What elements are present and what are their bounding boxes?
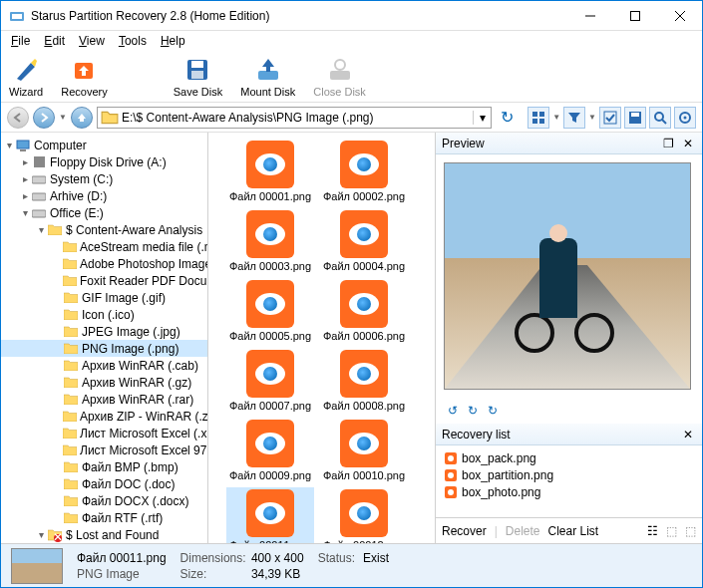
file-item[interactable]: Файл 00008.png [320,348,408,414]
svg-point-22 [655,113,663,121]
recovery-list-body[interactable]: box_pack.pngbox_partition.pngbox_photo.p… [436,445,702,517]
folder-icon [63,273,77,289]
tree-zip[interactable]: Архив ZIP - WinRAR (.zip) [1,408,207,425]
close-disk-label: Close Disk [313,86,366,98]
menu-help[interactable]: Help [155,32,191,50]
recovery-button[interactable]: Recovery [61,56,107,98]
tree-doc[interactable]: Файл DOC (.doc) [1,475,207,492]
rotate-icon[interactable]: ↻ [488,404,498,418]
recover-button[interactable]: Recover [442,524,487,538]
file-item[interactable]: Файл 00003.png [226,208,314,274]
status-size: 34,39 KB [251,567,300,581]
clear-list-button[interactable]: Clear List [548,524,599,538]
filter-dropdown[interactable]: ▼ [588,113,596,122]
tree-photoshop[interactable]: Adobe Photoshop Image.1 [1,255,207,272]
list-option3-icon[interactable]: ⬚ [685,524,696,538]
preview-popout-icon[interactable]: ❐ [660,137,676,150]
recovery-list-item[interactable]: box_photo.png [444,483,694,500]
tree-panel[interactable]: ▾Computer ▸Floppy Disk Drive (A:) ▸Syste… [1,133,208,543]
svg-rect-13 [330,71,350,80]
file-item[interactable]: Файл 00005.png [226,278,314,344]
file-thumb [340,141,388,188]
floppy-icon [31,154,47,170]
tree-office[interactable]: ▾Office (E:) [1,204,207,221]
save-disk-button[interactable]: Save Disk [174,56,223,98]
file-item[interactable]: Файл 00010.png [320,418,408,483]
tree-gz[interactable]: Архив WinRAR (.gz) [1,374,207,391]
save-button[interactable] [624,107,646,129]
recovery-list-item[interactable]: box_pack.png [444,449,694,466]
nav-history-dropdown[interactable]: ▼ [59,113,67,122]
tree-arhive[interactable]: ▸Arhive (D:) [1,187,207,204]
mount-disk-button[interactable]: Mount Disk [240,56,295,98]
recovery-list-header: Recovery list ✕ [436,424,702,445]
tree-system[interactable]: ▸System (C:) [1,170,207,187]
filter-button[interactable] [563,107,585,129]
recovery-list-close-icon[interactable]: ✕ [680,428,696,441]
tree-foxit[interactable]: Foxit Reader PDF Documen [1,272,207,289]
search-button[interactable] [649,107,671,129]
nav-forward-button[interactable] [33,107,55,129]
menu-tools[interactable]: Tools [113,32,153,50]
recovery-list-item[interactable]: box_partition.png [444,466,694,483]
tree-icon[interactable]: Icon (.ico) [1,306,207,323]
tree-floppy[interactable]: ▸Floppy Disk Drive (A:) [1,153,207,170]
file-item[interactable]: Файл 00006.png [320,278,408,344]
file-thumb [246,350,294,398]
refresh-button[interactable]: ↻ [496,107,518,129]
menu-view[interactable]: View [73,32,111,50]
tree-acestream[interactable]: AceStream media file (.mp [1,238,207,255]
tree-lost-found[interactable]: ▾✕$ Lost and Found [1,526,207,543]
path-dropdown[interactable]: ▾ [473,111,491,125]
close-button[interactable] [657,1,702,30]
minimize-button[interactable] [567,1,612,30]
view-mode-button[interactable] [527,107,549,129]
folder-icon [47,222,63,238]
list-option1-icon[interactable]: ☷ [647,524,658,538]
menu-file[interactable]: File [5,32,36,50]
list-option2-icon[interactable]: ⬚ [666,524,677,538]
tree-gif[interactable]: GIF Image (.gif) [1,289,207,306]
wizard-button[interactable]: Wizard [9,56,43,98]
tree-png[interactable]: PNG Image (.png) [1,340,207,357]
file-item[interactable]: Файл 00012.png [320,487,408,543]
file-name: Файл 00009.png [229,469,311,481]
tree-xlsx[interactable]: Лист Microsoft Excel (.xlsx) [1,425,207,441]
file-item[interactable]: Файл 00007.png [226,348,314,414]
tree-rar[interactable]: Архив WinRAR (.rar) [1,391,207,408]
rotate-left-icon[interactable]: ↺ [448,404,458,418]
file-item[interactable]: Файл 00004.png [320,208,408,274]
view-dropdown[interactable]: ▼ [552,113,560,122]
tree-jpeg[interactable]: JPEG Image (.jpg) [1,323,207,340]
select-all-button[interactable] [599,107,621,129]
save-disk-label: Save Disk [174,86,223,98]
file-item[interactable]: Файл 00002.png [320,139,408,204]
tree-computer[interactable]: ▾Computer [1,137,207,153]
tree-docx[interactable]: Файл DOCX (.docx) [1,492,207,509]
close-disk-icon [326,56,354,84]
nav-back-button[interactable] [7,107,29,129]
tree-cab[interactable]: Архив WinRAR (.cab) [1,357,207,374]
maximize-button[interactable] [612,1,657,30]
file-item[interactable]: Файл 00011.png [226,487,314,543]
tree-rtf[interactable]: Файл RTF (.rtf) [1,509,207,526]
files-panel[interactable]: Файл 00001.pngФайл 00002.pngФайл 00003.p… [208,133,435,543]
svg-rect-17 [532,119,537,124]
folder-icon [63,290,79,306]
file-thumb [246,489,294,537]
file-item[interactable]: Файл 00001.png [226,139,314,204]
tree-xls97[interactable]: Лист Microsoft Excel 97-20 [1,441,207,458]
preview-close-icon[interactable]: ✕ [680,137,696,150]
menu-edit[interactable]: Edit [38,32,71,50]
status-dims-label: Dimensions: [180,551,248,565]
nav-up-button[interactable] [71,107,93,129]
file-name: Файл 00010.png [323,469,405,481]
mount-disk-label: Mount Disk [240,86,295,98]
rotate-right-icon[interactable]: ↻ [468,404,478,418]
path-input[interactable] [122,111,473,125]
tree-content-aware[interactable]: ▾$ Content-Aware Analysis [1,221,207,238]
file-item[interactable]: Файл 00009.png [226,418,314,483]
tree-bmp[interactable]: Файл BMP (.bmp) [1,458,207,475]
options-button[interactable] [674,107,696,129]
path-box[interactable]: ▾ [97,107,492,129]
